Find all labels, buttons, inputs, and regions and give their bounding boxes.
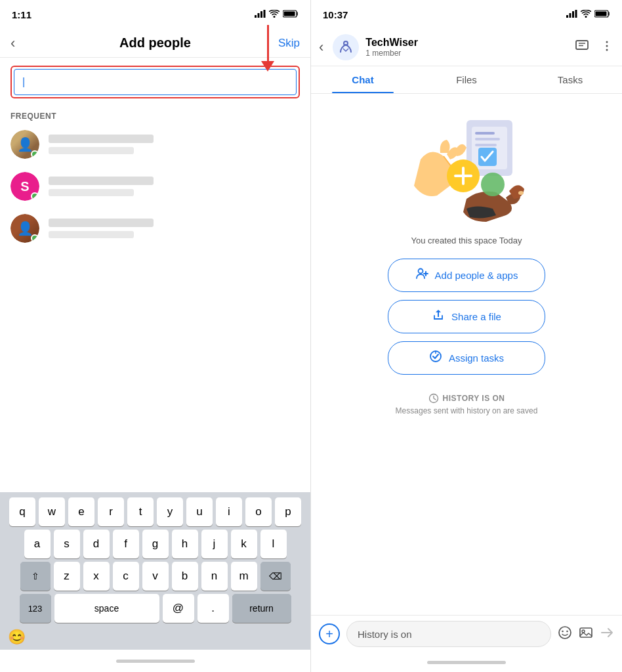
svg-point-18 bbox=[606, 41, 608, 43]
key-t[interactable]: t bbox=[127, 497, 154, 526]
svg-rect-1 bbox=[258, 13, 260, 18]
history-desc: Messages sent with history on are saved bbox=[396, 406, 538, 415]
tab-chat[interactable]: Chat bbox=[311, 66, 415, 93]
add-people-label: Add people & apps bbox=[435, 270, 518, 281]
message-input[interactable]: History is on bbox=[346, 621, 551, 647]
key-return[interactable]: return bbox=[232, 594, 291, 623]
key-y[interactable]: y bbox=[157, 497, 183, 526]
key-b[interactable]: b bbox=[172, 562, 198, 591]
skip-button[interactable]: Skip bbox=[278, 37, 300, 50]
tab-tasks[interactable]: Tasks bbox=[518, 66, 622, 93]
add-people-apps-button[interactable]: Add people & apps bbox=[388, 259, 545, 292]
contact-info bbox=[49, 135, 300, 154]
key-h[interactable]: h bbox=[172, 530, 198, 558]
emoji-button[interactable]: 😊 bbox=[8, 629, 26, 646]
contact-name-blur bbox=[49, 177, 154, 185]
contact-email-blur bbox=[49, 231, 134, 238]
add-attachment-button[interactable]: + bbox=[319, 623, 340, 644]
key-u[interactable]: u bbox=[186, 497, 213, 526]
emoji-picker-icon[interactable] bbox=[558, 625, 572, 642]
key-i[interactable]: i bbox=[216, 497, 242, 526]
key-v[interactable]: v bbox=[142, 562, 169, 591]
home-bar-left bbox=[0, 650, 310, 672]
history-label: HISTORY IS ON bbox=[428, 393, 505, 404]
status-dot bbox=[31, 234, 39, 242]
arrow-head bbox=[261, 61, 274, 72]
key-c[interactable]: c bbox=[113, 562, 139, 591]
svg-rect-24 bbox=[475, 138, 500, 140]
key-d[interactable]: d bbox=[83, 530, 110, 558]
keyboard-row-4: 123 space @ . return bbox=[3, 594, 308, 623]
key-z[interactable]: z bbox=[54, 562, 80, 591]
contact-name-blur bbox=[49, 219, 154, 227]
key-dot[interactable]: . bbox=[197, 594, 229, 623]
avatar: 👤 bbox=[10, 130, 39, 159]
keyboard-row-3: ⇧ z x c v b n m ⌫ bbox=[3, 562, 308, 591]
svg-rect-13 bbox=[596, 12, 607, 16]
key-q[interactable]: q bbox=[9, 497, 35, 526]
svg-rect-15 bbox=[576, 41, 588, 49]
chat-icon[interactable] bbox=[575, 39, 589, 56]
key-123[interactable]: 123 bbox=[20, 594, 51, 623]
status-bar-right: 10:37 bbox=[311, 0, 622, 29]
header-actions bbox=[575, 39, 614, 56]
key-shift[interactable]: ⇧ bbox=[20, 562, 51, 591]
key-k[interactable]: k bbox=[231, 530, 257, 558]
wifi-icon bbox=[269, 9, 280, 20]
space-name: TechWiser bbox=[365, 37, 568, 49]
svg-point-19 bbox=[606, 45, 608, 47]
tab-files[interactable]: Files bbox=[415, 66, 518, 93]
left-page-title: Add people bbox=[119, 35, 191, 51]
search-input[interactable]: | bbox=[14, 69, 297, 95]
search-box-wrapper: | bbox=[0, 58, 310, 106]
key-m[interactable]: m bbox=[231, 562, 257, 591]
key-a[interactable]: a bbox=[24, 530, 51, 558]
key-l[interactable]: l bbox=[260, 530, 287, 558]
key-o[interactable]: o bbox=[245, 497, 272, 526]
svg-point-11 bbox=[585, 16, 587, 18]
signal-icon-right bbox=[566, 9, 577, 20]
svg-rect-23 bbox=[475, 132, 495, 135]
left-status-icons bbox=[255, 9, 299, 20]
chat-illustration bbox=[401, 107, 532, 225]
key-r[interactable]: r bbox=[98, 497, 124, 526]
key-w[interactable]: w bbox=[39, 497, 65, 526]
battery-icon-right bbox=[594, 9, 610, 20]
key-f[interactable]: f bbox=[113, 530, 139, 558]
key-at[interactable]: @ bbox=[163, 594, 194, 623]
key-x[interactable]: x bbox=[83, 562, 110, 591]
space-avatar bbox=[333, 34, 359, 60]
svg-point-30 bbox=[518, 191, 524, 195]
avatar: 👤 bbox=[10, 214, 39, 243]
history-icon bbox=[428, 393, 439, 404]
key-e[interactable]: e bbox=[68, 497, 94, 526]
home-indicator-left bbox=[116, 660, 195, 663]
key-space[interactable]: space bbox=[54, 594, 159, 623]
more-options-icon[interactable] bbox=[600, 39, 614, 56]
assign-tasks-button[interactable]: Assign tasks bbox=[388, 341, 545, 375]
svg-point-32 bbox=[418, 269, 423, 274]
svg-rect-7 bbox=[566, 15, 568, 18]
svg-rect-2 bbox=[260, 11, 262, 18]
chat-area: You created this space Today Add people … bbox=[311, 94, 622, 615]
list-item[interactable]: S bbox=[10, 165, 300, 207]
share-file-button[interactable]: Share a file bbox=[388, 300, 545, 333]
svg-point-39 bbox=[562, 631, 564, 633]
input-actions bbox=[558, 625, 614, 642]
key-p[interactable]: p bbox=[275, 497, 301, 526]
key-backspace[interactable]: ⌫ bbox=[260, 562, 291, 591]
key-s[interactable]: s bbox=[54, 530, 80, 558]
key-n[interactable]: n bbox=[201, 562, 228, 591]
send-icon[interactable] bbox=[600, 625, 614, 642]
list-item[interactable]: 👤 bbox=[10, 207, 300, 249]
key-g[interactable]: g bbox=[142, 530, 169, 558]
image-attach-icon[interactable] bbox=[579, 625, 593, 642]
list-item[interactable]: 👤 bbox=[10, 123, 300, 165]
back-button-right[interactable]: ‹ bbox=[319, 39, 323, 56]
left-panel: 1:11 ‹ Add people Skip | FREQUENT bbox=[0, 0, 311, 672]
back-button-left[interactable]: ‹ bbox=[10, 35, 15, 52]
search-highlight: | bbox=[10, 66, 300, 98]
svg-rect-9 bbox=[572, 11, 574, 18]
svg-rect-41 bbox=[580, 628, 592, 637]
key-j[interactable]: j bbox=[201, 530, 228, 558]
